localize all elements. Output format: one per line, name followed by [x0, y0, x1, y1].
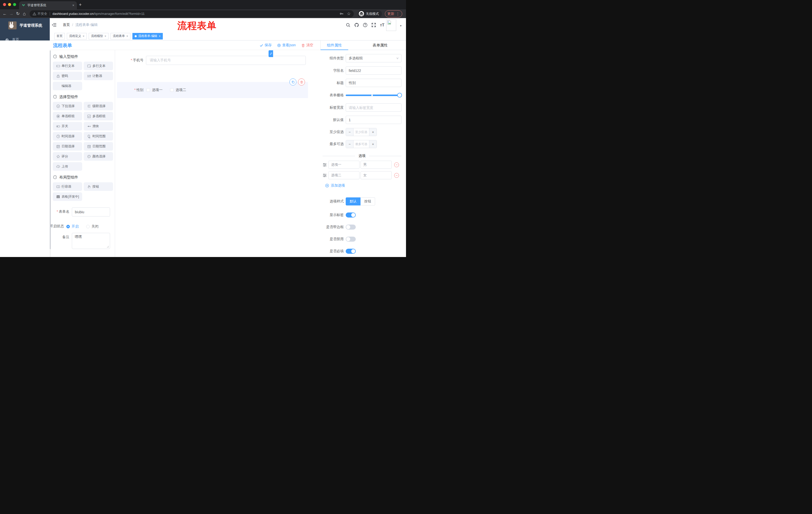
browser-tab[interactable]: 芋道管理系统 ×: [19, 1, 77, 9]
clear-button[interactable]: 清空: [301, 43, 313, 48]
browser-menu-dots-icon[interactable]: ⋮: [396, 11, 400, 16]
add-option-button[interactable]: 添加选项: [325, 183, 402, 188]
password-key-icon[interactable]: [340, 12, 343, 16]
bookmark-star-icon[interactable]: ☆: [347, 11, 351, 16]
chip-time-range[interactable]: 时间范围: [84, 132, 113, 141]
chip-checkbox-group[interactable]: 多选框组: [84, 112, 113, 120]
chip-time-picker[interactable]: 时间选择: [53, 132, 82, 141]
tag-process-form-edit[interactable]: 流程表单-编辑×: [133, 33, 163, 39]
search-icon[interactable]: [346, 23, 350, 27]
chip-rate[interactable]: 评分: [53, 152, 82, 161]
view-json-button[interactable]: 查看json: [277, 43, 296, 48]
form-name-input[interactable]: [72, 208, 110, 217]
increment-button[interactable]: +: [369, 140, 377, 148]
new-tab-button[interactable]: +: [79, 2, 82, 7]
disabled-toggle[interactable]: [346, 237, 356, 242]
chip-multi-line-text[interactable]: 多行文本: [84, 62, 113, 70]
status-radio-off[interactable]: 关闭: [86, 224, 98, 229]
chip-switch[interactable]: 开关: [53, 122, 82, 131]
chip-upload[interactable]: 上传: [53, 162, 82, 171]
browser-update-button[interactable]: 更新 ⋮: [385, 10, 402, 17]
tag-home[interactable]: 首页: [54, 33, 65, 39]
resize-grip-icon[interactable]: [107, 246, 109, 248]
decrement-button[interactable]: −: [346, 140, 353, 148]
home-icon[interactable]: ⌂: [21, 11, 28, 17]
style-default-button[interactable]: 默认: [346, 197, 360, 206]
label-width-input[interactable]: [346, 103, 402, 112]
address-bar[interactable]: 不安全 dashboard.yudao.iocoder.cn/bpm/manag…: [30, 10, 354, 17]
reload-icon[interactable]: ↻: [14, 11, 21, 16]
collapse-sidebar-icon[interactable]: [52, 22, 57, 27]
tab-component-props[interactable]: 组件属性: [321, 40, 348, 50]
chip-table[interactable]: 表格[开发中]: [53, 192, 82, 201]
window-controls[interactable]: [3, 3, 16, 6]
copy-component-button[interactable]: [289, 78, 296, 85]
min-select-value[interactable]: 至少应选: [353, 128, 369, 136]
component-type-select[interactable]: 多选框组 ∨: [346, 54, 402, 62]
chip-date-range[interactable]: 日期范围: [84, 142, 113, 151]
avatar[interactable]: [386, 19, 396, 31]
checkbox-option-2[interactable]: 选项二: [170, 88, 186, 92]
chip-single-line-text[interactable]: 单行文本: [53, 62, 82, 70]
chip-editor[interactable]: 编辑器: [53, 82, 82, 90]
option-2-label-input[interactable]: [328, 171, 359, 179]
option-1-value-input[interactable]: [360, 161, 392, 169]
required-toggle[interactable]: [346, 249, 356, 254]
decrement-button[interactable]: −: [346, 128, 353, 136]
option-2-value-input[interactable]: [360, 171, 392, 179]
save-button[interactable]: 保存: [260, 43, 271, 48]
chip-date-picker[interactable]: 日期选择: [53, 142, 82, 151]
chip-password[interactable]: 密码: [53, 72, 82, 80]
status-radio-on[interactable]: 开启: [66, 224, 79, 229]
help-icon[interactable]: [363, 23, 368, 27]
chip-row-container[interactable]: 行容器: [53, 182, 82, 191]
show-label-toggle[interactable]: [346, 213, 356, 218]
avatar-caret-down-icon[interactable]: ▾: [400, 24, 402, 27]
slider-track[interactable]: [346, 94, 402, 96]
remark-textarea[interactable]: 嘿嘿: [72, 233, 110, 249]
phone-input[interactable]: 请输入手机号: [146, 56, 306, 65]
close-icon[interactable]: ×: [105, 34, 106, 38]
selected-component-gender[interactable]: *性别 选项一 选项二: [117, 82, 308, 98]
tag-process-definition[interactable]: 流程定义×: [67, 33, 87, 39]
github-icon[interactable]: [354, 23, 359, 27]
chip-radio-group[interactable]: 单选框组: [53, 112, 82, 120]
chip-button[interactable]: 按钮: [84, 182, 113, 191]
drag-handle-icon[interactable]: [323, 173, 327, 178]
increment-button[interactable]: +: [369, 128, 377, 136]
back-icon[interactable]: ←: [1, 11, 8, 16]
title-input[interactable]: [346, 79, 402, 87]
close-icon[interactable]: ×: [83, 34, 84, 38]
zoom-window-button[interactable]: [13, 3, 16, 6]
remove-option-button[interactable]: −: [394, 162, 399, 167]
border-toggle[interactable]: [346, 224, 356, 229]
font-size-icon[interactable]: ᴛT: [380, 23, 384, 27]
grid-slider[interactable]: [346, 91, 402, 99]
style-button-button[interactable]: 按钮: [360, 197, 375, 206]
close-window-button[interactable]: [3, 3, 6, 6]
checkbox-icon[interactable]: [146, 88, 150, 92]
close-tab-icon[interactable]: ×: [72, 3, 75, 7]
field-name-input[interactable]: [346, 66, 402, 75]
tag-process-model[interactable]: 流程模型×: [89, 33, 109, 39]
link-tab-button[interactable]: [268, 50, 273, 57]
option-1-label-input[interactable]: [328, 161, 359, 169]
sidebar-logo[interactable]: 芋道管理系统: [0, 18, 50, 33]
close-icon[interactable]: ×: [126, 34, 128, 38]
chip-counter[interactable]: 123计数器: [84, 72, 113, 80]
fullscreen-icon[interactable]: [371, 23, 376, 27]
drag-handle-icon[interactable]: [323, 163, 327, 167]
chip-cascader[interactable]: 级联选择: [84, 102, 113, 110]
palette-scrollbar[interactable]: [50, 50, 51, 257]
tab-form-props[interactable]: 表单属性: [366, 40, 394, 50]
minimize-window-button[interactable]: [8, 3, 11, 6]
checkbox-option-1[interactable]: 选项一: [146, 88, 163, 92]
checkbox-icon[interactable]: [170, 88, 174, 92]
phone-field-row[interactable]: *手机号 请输入手机号: [115, 56, 321, 65]
breadcrumb-home[interactable]: 首页: [63, 23, 70, 27]
slider-handle[interactable]: [397, 93, 402, 98]
delete-component-button[interactable]: [298, 78, 305, 85]
tag-process-form[interactable]: 流程表单×: [111, 33, 130, 39]
default-value-input[interactable]: [346, 116, 402, 124]
chip-select[interactable]: 下拉选择: [53, 102, 82, 110]
